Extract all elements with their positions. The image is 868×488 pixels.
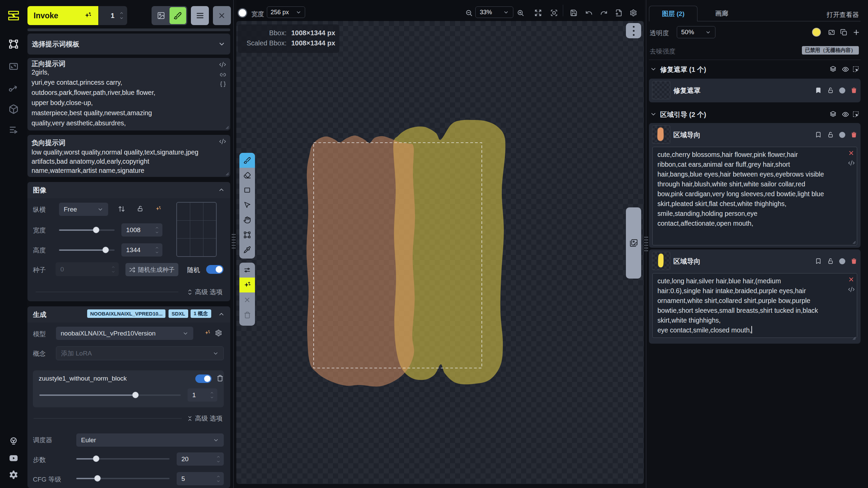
- code-icon[interactable]: [219, 61, 226, 68]
- image-section-header[interactable]: 图像: [27, 182, 230, 198]
- layer-color-swatch[interactable]: [812, 28, 821, 37]
- trash-icon[interactable]: [851, 87, 857, 94]
- zoom-in-icon[interactable]: [517, 9, 524, 17]
- link-icon[interactable]: [220, 72, 226, 78]
- cancel-tool-button[interactable]: [239, 292, 255, 307]
- brush-color-swatch[interactable]: [238, 8, 247, 18]
- bookmark-filled-icon[interactable]: [815, 87, 822, 94]
- queue-count-steppers[interactable]: [119, 11, 124, 20]
- rail-canvas-tab[interactable]: [7, 38, 20, 50]
- lock-open-icon[interactable]: [827, 258, 834, 264]
- opacity-select[interactable]: 50%: [677, 26, 715, 38]
- rail-workflows-tab[interactable]: [7, 82, 20, 94]
- visibility-eye-icon[interactable]: [842, 111, 849, 118]
- zoom-level-select[interactable]: 33%: [475, 6, 513, 18]
- slider-knob[interactable]: [132, 392, 139, 398]
- viewer-mode-button[interactable]: [153, 7, 170, 24]
- steps-steppers[interactable]: [216, 455, 220, 464]
- lora-weight-steppers[interactable]: [210, 391, 214, 400]
- random-toggle[interactable]: [206, 265, 223, 274]
- open-viewer-link[interactable]: 打开查看器: [827, 11, 859, 19]
- redo-icon[interactable]: [600, 9, 608, 17]
- bookmark-icon[interactable]: [815, 131, 822, 138]
- width-slider[interactable]: [59, 229, 115, 231]
- bbox-tool-button[interactable]: [239, 227, 255, 242]
- resize-handle-icon[interactable]: [224, 125, 229, 129]
- resize-handle-icon[interactable]: [851, 336, 856, 340]
- swap-dimensions-icon[interactable]: [118, 205, 125, 212]
- fit-bbox-icon[interactable]: [550, 9, 558, 17]
- rail-settings-button[interactable]: [7, 469, 20, 481]
- merge-layers-icon[interactable]: [830, 66, 836, 73]
- colorpicker-tool-button[interactable]: [239, 242, 255, 257]
- generation-advanced-options[interactable]: 高级 选项: [187, 414, 222, 423]
- pan-tool-button[interactable]: [239, 212, 255, 227]
- delete-tool-button[interactable]: [239, 307, 255, 322]
- lock-aspect-icon[interactable]: [137, 205, 144, 212]
- lora-weight-slider[interactable]: [39, 394, 181, 396]
- trash-icon[interactable]: [851, 131, 857, 138]
- regional-guidance-layer-card[interactable]: 区域导向 cute,cherry blossoms,hair flower,pi…: [649, 123, 861, 248]
- rail-video-button[interactable]: [7, 452, 20, 464]
- cfg-steppers[interactable]: [216, 474, 220, 483]
- remove-prompt-icon[interactable]: [848, 276, 854, 283]
- height-input[interactable]: 1344: [121, 243, 162, 257]
- code-icon[interactable]: [848, 286, 855, 293]
- rail-support-button[interactable]: [7, 435, 20, 447]
- select-object-icon[interactable]: [852, 111, 859, 118]
- steps-input[interactable]: 20: [177, 452, 224, 466]
- left-panel-resize-handle[interactable]: [233, 0, 234, 488]
- generation-section-header[interactable]: 生成 NOOBAIXLNAIXL_VPRED10... SDXL 1 概念: [27, 306, 230, 323]
- trash-icon[interactable]: [217, 375, 223, 382]
- trash-icon[interactable]: [851, 258, 857, 264]
- fit-to-view-icon[interactable]: [534, 9, 542, 17]
- regional-guidance-layer-card[interactable]: 区域导向 cute,long hair,silver hair,blue hai…: [649, 249, 861, 344]
- gallery-flyout-button[interactable]: [626, 207, 641, 279]
- lora-toggle[interactable]: [195, 374, 212, 383]
- visibility-eye-icon[interactable]: [842, 66, 849, 73]
- canvas-menu-button[interactable]: [626, 23, 641, 38]
- tab-layers[interactable]: 图层 (2): [649, 6, 697, 21]
- tab-gallery[interactable]: 画廊: [697, 6, 746, 21]
- model-select[interactable]: noobaiXLNAIXL_vPred10Version: [56, 327, 193, 340]
- model-sparkle-icon[interactable]: [204, 329, 211, 337]
- select-object-icon[interactable]: [852, 66, 859, 73]
- canvas-settings-gear-icon[interactable]: [630, 9, 637, 17]
- lock-open-icon[interactable]: [827, 87, 834, 94]
- queue-count-box[interactable]: 1: [99, 6, 127, 25]
- undo-icon[interactable]: [585, 9, 593, 17]
- zoom-out-icon[interactable]: [465, 9, 473, 17]
- rail-models-tab[interactable]: [7, 103, 20, 115]
- right-panel-resize-handle[interactable]: [646, 0, 646, 488]
- width-input[interactable]: 1008: [121, 223, 162, 237]
- lora-weight-input[interactable]: 1: [188, 388, 217, 402]
- region2-prompt-textarea[interactable]: cute,long hair,silver hair,blue hair,(me…: [652, 273, 857, 338]
- image-advanced-options[interactable]: 高级 选项: [187, 288, 222, 297]
- add-layer-icon[interactable]: [852, 28, 860, 36]
- rect-tool-button[interactable]: [239, 183, 255, 198]
- eraser-tool-button[interactable]: [239, 168, 255, 183]
- duplicate-layer-icon[interactable]: [840, 29, 847, 36]
- width-steppers[interactable]: [155, 226, 159, 235]
- regional-guidance-group-header[interactable]: 区域引导 (2 个): [649, 110, 861, 119]
- scheduler-select[interactable]: Euler: [76, 433, 224, 447]
- filter-settings-button[interactable]: [239, 263, 255, 278]
- invoke-logo[interactable]: [7, 9, 20, 22]
- add-lora-select[interactable]: 添加 LoRA: [56, 346, 224, 360]
- brush-width-select[interactable]: 256 px: [267, 6, 305, 18]
- braces-icon[interactable]: [220, 81, 226, 87]
- seed-input[interactable]: 0: [56, 262, 119, 276]
- invoke-button[interactable]: Invoke: [27, 6, 98, 25]
- slider-knob[interactable]: [94, 475, 101, 482]
- height-slider[interactable]: [59, 249, 115, 251]
- cfg-input[interactable]: 5: [177, 472, 224, 485]
- merge-layers-icon[interactable]: [830, 111, 836, 118]
- canvas-mode-button[interactable]: [170, 7, 186, 24]
- layer-color-dot[interactable]: [839, 131, 846, 140]
- prompt-template-selector[interactable]: 选择提示词模板: [27, 34, 230, 55]
- steps-slider[interactable]: [76, 458, 170, 460]
- close-panel-button[interactable]: [213, 6, 231, 25]
- menu-button[interactable]: [191, 6, 209, 25]
- resize-handle-icon[interactable]: [851, 240, 856, 244]
- bookmark-icon[interactable]: [815, 258, 822, 264]
